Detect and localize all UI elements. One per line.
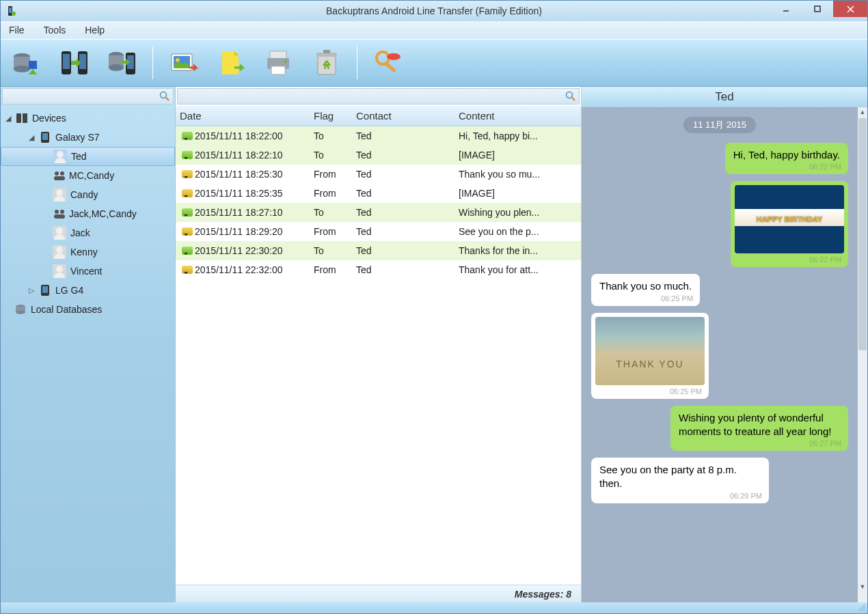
bubble-text: Hi, Ted, happy birthday. [733,149,840,161]
tree-contact[interactable]: Jack [1,223,175,242]
svg-point-50 [567,92,573,98]
close-button[interactable] [833,1,867,17]
cell-contact: Ted [356,169,459,180]
table-row[interactable]: 2015/11/11 22:30:20ToTedThanks for the i… [176,241,581,260]
toolbar-license-icon[interactable] [370,45,405,81]
cell-flag: From [314,169,356,180]
sidebar-search[interactable] [2,88,174,104]
col-date[interactable]: Date [180,110,314,122]
table-row[interactable]: 2015/11/11 18:25:30FromTedThank you so m… [176,165,581,184]
message-icon [180,151,195,159]
maximize-button[interactable] [802,1,833,17]
chat-image-bubble[interactable]: HAPPY BIRTHDAY06:22 PM [731,181,848,267]
scroll-thumb[interactable] [858,118,867,350]
chat-image-bubble[interactable]: 06:25 PM [591,313,709,399]
chat-text-bubble[interactable]: See you on the party at 8 p.m. then.06:2… [591,458,769,503]
message-icon [180,208,195,217]
toolbar-recycle-icon[interactable] [309,45,344,81]
app-window: Backuptrans Android Line Transfer (Famil… [0,0,868,614]
cell-content: [IMAGE] [459,150,581,161]
svg-point-26 [284,60,287,63]
menu-tools[interactable]: Tools [44,25,66,36]
scroll-up-icon[interactable]: ▲ [858,107,867,117]
expand-icon[interactable]: ▷ [28,286,35,295]
table-row[interactable]: 2015/11/11 18:22:00ToTedHi, Ted, happy b… [176,126,581,145]
toolbar-export-photo-icon[interactable] [165,45,201,81]
toolbar-transfer-icon[interactable] [57,45,92,81]
chat-text-bubble[interactable]: Thank you so much.06:25 PM [591,274,700,305]
table-search[interactable] [177,88,580,104]
tree-contact-ted[interactable]: Ted [1,147,175,166]
titlebar: Backuptrans Android Line Transfer (Famil… [1,1,867,21]
svg-rect-46 [42,286,48,293]
cell-contact: Ted [356,150,459,161]
tree-label: Jack,MC,Candy [69,208,137,219]
chat-text-bubble[interactable]: Hi, Ted, happy birthday.06:22 PM [725,143,848,174]
cell-content: Thank you for att... [459,264,581,275]
col-contact[interactable]: Contact [356,110,459,122]
cell-flag: To [314,245,356,256]
toolbar-separator [152,46,153,79]
tree-node-localdb[interactable]: Local Databases [1,300,175,319]
tree-contact[interactable]: Kenny [1,242,175,262]
tree-contact[interactable]: Candy [1,185,175,204]
chat-image [595,317,705,385]
toolbar-print-icon[interactable] [261,45,297,81]
cell-date: 2015/11/11 18:25:30 [195,169,314,180]
toolbar-restore-icon[interactable] [105,45,140,81]
menu-file[interactable]: File [9,25,25,36]
cell-content: See you on the p... [459,226,581,237]
scroll-down-icon[interactable]: ▼ [858,582,867,591]
menubar: File Tools Help [1,21,867,39]
tree-contact[interactable]: MC,Candy [1,166,175,185]
cell-date: 2015/11/11 22:30:20 [195,245,314,256]
scrollbar[interactable]: ▲ ▼ [858,107,867,591]
cell-contact: Ted [356,226,459,237]
table-row[interactable]: 2015/11/11 18:25:35FromTed[IMAGE] [176,184,581,203]
table-row[interactable]: 2015/11/11 18:27:10ToTedWishing you plen… [176,203,581,222]
cell-date: 2015/11/11 18:27:10 [195,207,314,218]
tree-contact[interactable]: Jack,MC,Candy [1,204,175,223]
tree-label: MC,Candy [69,170,114,181]
col-flag[interactable]: Flag [314,110,356,122]
chat-bubble-row: Thank you so much.06:25 PM [591,274,848,305]
chat-bubble-row: Wishing you plenty of wonderful moments … [591,406,848,451]
tree-node-galaxy[interactable]: ◢ Galaxy S7 [1,128,175,147]
table-row[interactable]: 2015/11/11 18:22:10ToTed[IMAGE] [176,145,581,165]
bubble-text: Thank you so much. [599,280,692,292]
expand-icon[interactable]: ◢ [28,133,35,142]
tree-label: Candy [70,189,98,200]
chat-body[interactable]: 11 11月 2015 Hi, Ted, happy birthday.06:2… [582,107,867,602]
window-footer [1,602,867,613]
cell-contact: Ted [356,207,459,218]
svg-point-39 [55,171,59,176]
table-body: 2015/11/11 18:22:00ToTedHi, Ted, happy b… [176,126,581,585]
svg-rect-10 [29,61,37,69]
chat-text-bubble[interactable]: Wishing you plenty of wonderful moments … [670,406,848,451]
tree-label: Ted [71,151,87,162]
toolbar-backup-icon[interactable] [9,45,44,81]
table-row[interactable]: 2015/11/11 18:29:20FromTedSee you on the… [176,222,581,241]
table-row[interactable]: 2015/11/11 22:32:00FromTedThank you for … [176,260,581,279]
tree-contact[interactable]: Vincent [1,262,175,281]
tree-node-lg[interactable]: ▷ LG G4 [1,281,175,300]
cell-date: 2015/11/11 18:25:35 [195,188,314,199]
main-content: ◢ Devices ◢ Galaxy S7 Ted MC,Candy [1,87,867,602]
menu-help[interactable]: Help [85,25,105,36]
toolbar-export-file-icon[interactable] [213,45,249,81]
database-icon [14,303,27,316]
col-content[interactable]: Content [459,110,581,122]
tree-label: LG G4 [55,285,83,296]
minimize-button[interactable] [770,1,802,17]
tree-node-devices[interactable]: ◢ Devices [1,109,175,128]
cell-flag: To [314,150,356,161]
phone-icon [39,284,51,296]
svg-line-34 [166,98,169,100]
toolbar [1,39,867,87]
resize-grip-icon[interactable] [857,603,865,611]
message-icon [180,227,195,236]
expand-icon[interactable]: ◢ [5,114,12,123]
cell-date: 2015/11/11 18:29:20 [195,226,314,237]
cell-contact: Ted [356,245,459,256]
svg-rect-12 [63,54,70,69]
